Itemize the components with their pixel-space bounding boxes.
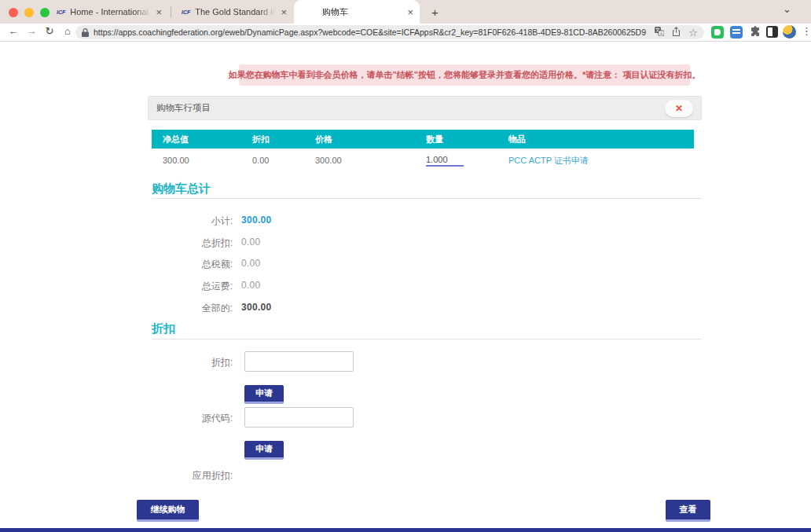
new-tab-button[interactable]: + xyxy=(428,5,442,20)
tab-overflow-chevron-icon[interactable]: ⌄ xyxy=(783,3,791,15)
icf-favicon: ICF xyxy=(57,9,65,15)
divider xyxy=(152,339,702,339)
panel-title: 购物车行项目 xyxy=(156,102,665,114)
tab-separator xyxy=(171,6,171,17)
profile-avatar[interactable] xyxy=(783,25,796,39)
column-item: 物品 xyxy=(497,130,694,149)
cell-price: 300.00 xyxy=(304,149,415,171)
tab-home-international-coaching[interactable]: ICF Home - International Coaching × xyxy=(49,0,168,24)
cell-discount: 0.00 xyxy=(241,149,304,171)
grand-total-label: 全部的: xyxy=(152,302,233,315)
cart-items-table: 净总值 折扣 价格 数量 物品 300.00 0.00 300.00 PCC A… xyxy=(152,130,694,171)
source-code-input[interactable] xyxy=(244,407,354,427)
page-footer-bar xyxy=(0,528,811,532)
bookmark-star-icon[interactable]: ☆ xyxy=(688,28,698,38)
quantity-input[interactable] xyxy=(426,155,464,167)
cell-net-total: 300.00 xyxy=(152,149,241,171)
apply-discount-button[interactable]: 申请 xyxy=(244,385,284,404)
total-tax-label: 总税额: xyxy=(152,258,233,271)
reload-icon[interactable]: ↻ xyxy=(42,25,57,37)
discount-code-input[interactable] xyxy=(244,351,354,372)
minimize-window-button[interactable] xyxy=(24,8,34,17)
column-quantity: 数量 xyxy=(415,130,497,149)
divider xyxy=(152,198,702,199)
share-icon[interactable] xyxy=(672,27,681,38)
icf-favicon: ICF xyxy=(182,9,190,15)
translate-icon[interactable]: 文A xyxy=(655,27,664,38)
tab-close-icon[interactable]: × xyxy=(407,7,413,17)
table-header-row: 净总值 折扣 价格 数量 物品 xyxy=(152,130,694,149)
browser-menu-icon[interactable]: ⋮ xyxy=(802,25,811,37)
tab-close-icon[interactable]: × xyxy=(281,7,287,17)
grand-total-value: 300.00 xyxy=(241,302,272,313)
remove-item-icon[interactable]: ✕ xyxy=(665,100,693,117)
tab-title: Home - International Coaching xyxy=(70,7,151,17)
column-price: 价格 xyxy=(304,130,415,149)
nonmember-price-notice: 如果您在购物车中看到非会员价格，请单击"结帐"按钮，您将能够登录并查看您的适用价… xyxy=(239,64,690,86)
back-icon[interactable]: ← xyxy=(6,25,20,37)
evernote-extension-icon[interactable] xyxy=(711,26,724,39)
forward-icon[interactable]: → xyxy=(24,25,39,37)
extensions-puzzle-icon[interactable] xyxy=(749,26,761,39)
applied-discounts-label: 应用折扣: xyxy=(152,469,233,482)
subtotal-label: 小计: xyxy=(152,215,233,228)
continue-shopping-button[interactable]: 继续购物 xyxy=(137,500,199,522)
tab-title: The Gold Standard in Coaching xyxy=(195,7,276,17)
tab-close-icon[interactable]: × xyxy=(156,7,162,17)
discount-label: 折扣: xyxy=(152,356,233,369)
total-shipping-label: 总运费: xyxy=(152,280,233,293)
subtotal-value: 300.00 xyxy=(241,215,272,226)
shopping-cart-page: 如果您在购物车中看到非会员价格，请单击"结帐"按钮，您将能够登录并查看您的适用价… xyxy=(0,42,811,532)
cart-line-items-panel-header: 购物车行项目 ✕ xyxy=(148,96,702,120)
apply-source-code-button[interactable]: 申请 xyxy=(244,441,284,460)
tab-title: 购物车 xyxy=(302,6,402,18)
address-bar[interactable]: https://apps.coachingfederation.org/eweb… xyxy=(75,25,704,39)
ssl-lock-icon xyxy=(82,28,89,37)
table-row: 300.00 0.00 300.00 PCC ACTP 证书申请 xyxy=(152,149,694,171)
browser-tab-strip: ICF Home - International Coaching × ICF … xyxy=(0,0,811,24)
source-code-label: 源代码: xyxy=(152,412,233,425)
browser-toolbar: ← → ↻ ⌂ https://apps.coachingfederation.… xyxy=(0,24,811,42)
close-window-button[interactable] xyxy=(9,8,18,17)
total-tax-value: 0.00 xyxy=(241,258,261,269)
total-discount-value: 0.00 xyxy=(241,237,261,248)
blue-extension-icon[interactable] xyxy=(730,26,743,39)
discounts-heading: 折扣 xyxy=(152,321,175,336)
total-discount-label: 总折扣: xyxy=(152,237,233,250)
sidebar-toggle-icon[interactable] xyxy=(766,26,778,38)
total-shipping-value: 0.00 xyxy=(241,280,261,291)
tab-gold-standard[interactable]: ICF The Gold Standard in Coaching × xyxy=(174,0,293,24)
window-controls xyxy=(9,8,50,17)
url-text: https://apps.coachingfederation.org/eweb… xyxy=(94,28,647,37)
cart-totals-heading: 购物车总计 xyxy=(152,182,211,196)
home-icon[interactable]: ⌂ xyxy=(61,25,75,37)
tab-shopping-cart-active[interactable]: 购物车 × xyxy=(294,0,420,24)
column-net-total: 净总值 xyxy=(152,130,241,149)
item-link[interactable]: PCC ACTP 证书申请 xyxy=(508,156,589,165)
column-discount: 折扣 xyxy=(241,130,304,149)
view-checkout-button[interactable]: 查看 xyxy=(666,500,710,522)
svg-text:A: A xyxy=(660,31,663,36)
